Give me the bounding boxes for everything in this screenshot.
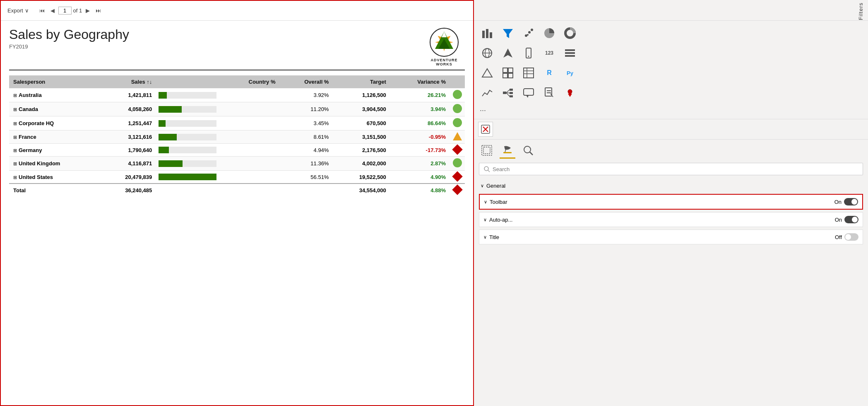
more-visualizations-button[interactable]: ... <box>478 102 864 116</box>
expand-icon[interactable]: ⊞ <box>13 93 17 98</box>
svg-point-26 <box>528 56 529 57</box>
bar-cell <box>156 157 222 171</box>
country-pct-cell <box>222 130 279 144</box>
title-section-header[interactable]: ∨ Title Off <box>479 230 863 244</box>
delta-icon[interactable] <box>478 64 496 82</box>
sales-value-cell: 20,479,839 <box>99 171 156 184</box>
list-icon[interactable] <box>561 44 579 62</box>
autoap-toggle[interactable]: On <box>835 216 858 223</box>
sales-value-cell: 1,790,640 <box>99 144 156 157</box>
svg-point-61 <box>524 146 531 153</box>
phone-icon[interactable] <box>519 44 538 62</box>
autoap-section-header[interactable]: ∨ Auto-ap... On <box>479 213 863 227</box>
filters-header: Filters <box>474 0 868 21</box>
col-salesperson[interactable]: Salesperson <box>9 75 99 88</box>
page-of-label: of 1 <box>73 7 82 14</box>
total-target-cell: 34,554,000 <box>333 184 390 197</box>
sales-value-cell: 3,121,616 <box>99 130 156 144</box>
nav-next-button[interactable]: ▶ <box>84 7 92 15</box>
sales-value-cell: 4,116,871 <box>99 157 156 171</box>
globe-icon[interactable] <box>478 44 496 62</box>
toolbar-switch-track[interactable] <box>844 198 858 205</box>
salesperson-cell: ⊞Germany <box>9 144 99 157</box>
expand-icon[interactable]: ⊞ <box>13 121 17 126</box>
expand-icon[interactable]: ⊞ <box>13 107 17 112</box>
svg-line-43 <box>506 90 510 93</box>
toolbar-section-header[interactable]: ∨ Toolbar On <box>480 195 862 209</box>
report-content: Sales by Geography FY2019 <box>1 21 473 405</box>
export-button[interactable]: Export ∨ <box>6 7 31 15</box>
expand-icon[interactable]: ⊞ <box>13 135 17 140</box>
line-chart-icon[interactable] <box>478 84 496 102</box>
svg-point-19 <box>527 34 529 36</box>
overall-pct-cell: 56.51% <box>280 171 333 184</box>
general-section-header[interactable]: ∨ General <box>479 180 863 191</box>
filter-funnel-icon[interactable] <box>499 24 517 42</box>
svg-rect-31 <box>503 68 507 72</box>
expand-icon[interactable]: ⊞ <box>13 161 17 166</box>
page-number-input[interactable] <box>58 7 72 15</box>
filter-panel-button[interactable] <box>478 122 493 137</box>
col-target[interactable]: Target <box>333 75 390 88</box>
col-indicator <box>450 75 465 88</box>
doc-chart-icon[interactable] <box>540 84 558 102</box>
toolbar-toggle[interactable]: On <box>834 198 858 205</box>
total-name-cell: Total <box>9 184 99 197</box>
svg-point-18 <box>531 29 533 31</box>
title-section-label: Title <box>489 234 499 240</box>
country-pct-cell <box>222 102 279 116</box>
total-row: Total 36,240,485 34,554,000 4.88% <box>9 184 465 197</box>
number-123-icon[interactable]: 123 <box>540 44 558 62</box>
format-tab[interactable] <box>500 143 515 159</box>
nav-prev-button[interactable]: ◀ <box>48 7 57 15</box>
autoap-switch-track[interactable] <box>844 216 858 223</box>
nav-first-button[interactable]: ⏮ <box>37 7 47 15</box>
svg-rect-59 <box>503 152 512 153</box>
python-icon[interactable]: Py <box>561 64 579 82</box>
speech-icon[interactable] <box>519 84 538 102</box>
arrow-icon[interactable] <box>499 44 517 62</box>
indicator-cell <box>450 102 465 116</box>
link2-icon[interactable] <box>499 84 517 102</box>
col-overall-pct[interactable]: Overall % <box>280 75 333 88</box>
salesperson-cell: ⊞Canada <box>9 102 99 116</box>
donut-icon[interactable] <box>561 24 579 42</box>
title-switch-track[interactable] <box>844 233 858 241</box>
autoap-toggle-label: On <box>835 217 842 223</box>
r-script-icon[interactable]: R <box>540 64 558 82</box>
expand-icon[interactable]: ⊞ <box>13 148 17 153</box>
svg-point-63 <box>484 167 488 171</box>
fields-tab[interactable] <box>479 143 495 159</box>
svg-rect-35 <box>524 68 534 78</box>
filter-x-icon <box>481 125 490 134</box>
adventure-works-logo <box>429 27 459 57</box>
title-toggle[interactable]: Off <box>835 233 858 241</box>
table-row: ⊞Canada4,058,26011.20%3,904,5003.94% <box>9 102 465 116</box>
scatter-icon[interactable] <box>519 24 538 42</box>
overall-pct-cell: 11.20% <box>280 102 333 116</box>
nav-last-button[interactable]: ⏭ <box>94 7 103 15</box>
col-country-pct[interactable]: Country % <box>222 75 279 88</box>
bar-cell <box>156 116 222 130</box>
export-label: Export <box>7 7 23 14</box>
grid2-icon[interactable] <box>499 64 517 82</box>
svg-rect-14 <box>490 32 492 38</box>
search-input[interactable] <box>493 166 858 172</box>
map-pin-icon[interactable] <box>561 84 579 102</box>
table-row: ⊞France3,121,6168.61%3,151,500-0.95% <box>9 130 465 144</box>
title-switch-knob <box>845 234 851 240</box>
overall-pct-cell: 3.45% <box>280 116 333 130</box>
autoap-section-label: Auto-ap... <box>489 217 512 223</box>
bar-fill <box>159 92 167 99</box>
expand-icon[interactable]: ⊞ <box>13 175 17 180</box>
indicator-cell <box>450 157 465 171</box>
col-sales[interactable]: Sales ↑↓ <box>99 75 156 88</box>
variance-cell: 86.64% <box>390 116 450 130</box>
pie-icon[interactable] <box>540 24 558 42</box>
bar-chart-icon[interactable] <box>478 24 496 42</box>
target-cell: 1,126,500 <box>333 88 390 102</box>
analytics-tab[interactable] <box>520 143 536 159</box>
col-variance[interactable]: Variance % <box>390 75 450 88</box>
table-icon[interactable] <box>519 64 538 82</box>
col-bar <box>156 75 222 88</box>
